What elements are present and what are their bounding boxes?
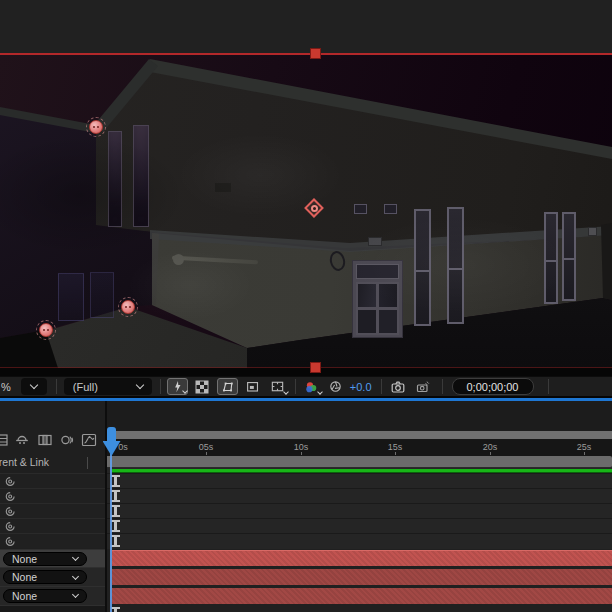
corner-pin-top[interactable] bbox=[89, 120, 103, 134]
current-timecode-field[interactable]: 0;00;00;00 bbox=[452, 378, 534, 395]
layer-row[interactable]: None bbox=[0, 567, 105, 586]
frame-blending-icon[interactable] bbox=[36, 431, 54, 449]
chevron-down-icon bbox=[136, 381, 144, 389]
snapshot-button[interactable] bbox=[388, 378, 409, 395]
chevron-down-icon bbox=[72, 572, 79, 579]
resolution-dropdown[interactable]: (Full) bbox=[64, 378, 152, 395]
parent-link-column-header[interactable]: Parent & Link bbox=[0, 456, 96, 468]
shy-icon[interactable] bbox=[13, 431, 31, 449]
wall-sign bbox=[588, 227, 597, 236]
magnification-dropdown[interactable] bbox=[21, 378, 47, 395]
ruler-label: 20s bbox=[483, 442, 498, 452]
layer-in-point-marker[interactable] bbox=[111, 535, 120, 547]
viewer-toolbar: % (Full) bbox=[0, 376, 612, 396]
layer-bar[interactable] bbox=[112, 588, 612, 604]
tall-window bbox=[562, 212, 576, 301]
show-snapshot-icon bbox=[414, 379, 430, 395]
tall-window bbox=[544, 212, 558, 304]
parent-dropdown[interactable]: None bbox=[3, 552, 87, 566]
effect-point-circle bbox=[311, 205, 318, 212]
mask-trapezoid-icon bbox=[220, 379, 235, 394]
resolution-value: (Full) bbox=[73, 381, 98, 393]
work-area-bar[interactable] bbox=[107, 456, 612, 468]
aperture-icon bbox=[328, 379, 343, 394]
ruler-label: 15s bbox=[388, 442, 403, 452]
layer-bar[interactable] bbox=[112, 569, 612, 585]
camera-icon bbox=[390, 379, 406, 395]
layer-in-point-marker[interactable] bbox=[111, 475, 120, 487]
region-of-interest-icon bbox=[245, 379, 260, 394]
layer-selection-top-edge bbox=[0, 53, 612, 55]
exposure-value[interactable]: +0.0 bbox=[350, 381, 372, 393]
exposure-button[interactable] bbox=[325, 378, 346, 395]
fast-previews-button[interactable] bbox=[167, 378, 188, 395]
after-effects-workspace: % (Full) bbox=[0, 0, 612, 612]
pick-whip-icon[interactable] bbox=[4, 490, 17, 503]
checkerboard-icon bbox=[195, 380, 209, 394]
composition-canvas[interactable] bbox=[0, 55, 612, 368]
timeline-panel: Parent & Link None No bbox=[0, 401, 612, 612]
ruler-label: 05s bbox=[199, 442, 214, 452]
pick-whip-icon[interactable] bbox=[4, 535, 17, 548]
zoom-percent-label: % bbox=[1, 381, 11, 393]
chevron-down-icon bbox=[72, 554, 79, 561]
show-snapshot-button[interactable] bbox=[412, 378, 433, 395]
layer-bottom-handle[interactable] bbox=[310, 362, 321, 373]
layer-in-point-marker[interactable] bbox=[111, 505, 120, 517]
parent-dropdown[interactable]: None bbox=[3, 570, 87, 584]
graph-editor-icon[interactable] bbox=[80, 431, 98, 449]
ruler-label: 10s bbox=[294, 442, 309, 452]
chevron-down-icon bbox=[30, 381, 38, 389]
mask-path-visibility-button[interactable] bbox=[217, 378, 238, 395]
motion-blur-icon[interactable] bbox=[58, 431, 76, 449]
building-door bbox=[352, 260, 403, 338]
parent-dropdown[interactable]: None bbox=[3, 589, 87, 603]
effect-center-point[interactable] bbox=[303, 197, 327, 221]
pick-whip-icon[interactable] bbox=[4, 520, 17, 533]
ruler-label: 25s bbox=[577, 442, 592, 452]
layer-row-selected[interactable]: None bbox=[0, 549, 105, 568]
timeline-track-area: 0s 05s 10s 15s 20s 25s bbox=[107, 401, 612, 612]
composition-pasteboard bbox=[0, 0, 612, 53]
corner-pin-bottom[interactable] bbox=[121, 300, 135, 314]
layer-row[interactable]: None bbox=[0, 586, 105, 605]
time-navigator-bar[interactable] bbox=[112, 431, 612, 439]
current-time-indicator-head[interactable] bbox=[103, 427, 121, 456]
layer-in-point-marker[interactable] bbox=[111, 490, 120, 502]
corner-pin-left[interactable] bbox=[39, 323, 53, 337]
layer-selection-bottom-edge bbox=[0, 367, 612, 368]
tall-window bbox=[447, 207, 464, 324]
transparency-grid-button[interactable] bbox=[192, 378, 213, 395]
pick-whip-icon[interactable] bbox=[4, 475, 17, 488]
timeline-left-column: Parent & Link None No bbox=[0, 401, 105, 612]
composition-icon[interactable] bbox=[0, 431, 11, 449]
channels-button[interactable] bbox=[301, 378, 322, 395]
chevron-down-icon bbox=[72, 591, 79, 598]
grid-guides-button[interactable] bbox=[267, 378, 288, 395]
layer-top-handle[interactable] bbox=[310, 48, 321, 59]
layer-in-point-marker[interactable] bbox=[111, 607, 120, 612]
layer-bar-selected[interactable] bbox=[112, 550, 612, 566]
region-of-interest-button[interactable] bbox=[242, 378, 263, 395]
gable-window bbox=[108, 131, 122, 227]
time-ruler[interactable]: 0s 05s 10s 15s 20s 25s bbox=[107, 439, 612, 456]
pick-whip-icon[interactable] bbox=[4, 505, 17, 518]
layer-in-point-marker[interactable] bbox=[111, 520, 120, 532]
tall-window bbox=[414, 209, 431, 326]
gable-window bbox=[133, 125, 149, 227]
wall-sign bbox=[368, 237, 382, 246]
